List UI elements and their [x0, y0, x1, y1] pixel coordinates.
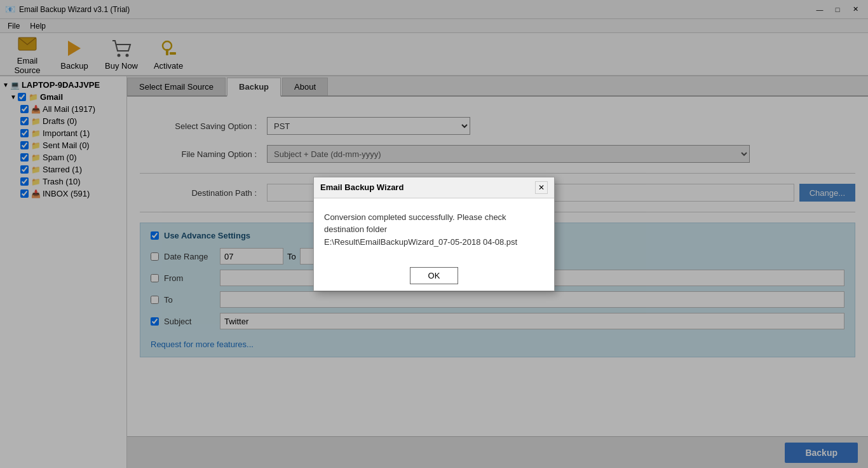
modal-close-button[interactable]: ✕	[535, 181, 548, 194]
modal-title-bar: Email Backup Wizard ✕	[314, 177, 554, 198]
modal-message-line1: Conversion completed successfully. Pleas…	[324, 212, 506, 235]
modal-message-line2: E:\Result\EmailBackupWizard_07-05-2018 0…	[324, 237, 517, 247]
modal-title: Email Backup Wizard	[320, 182, 403, 192]
modal-overlay: Email Backup Wizard ✕ Conversion complet…	[0, 0, 868, 468]
modal-dialog: Email Backup Wizard ✕ Conversion complet…	[313, 177, 555, 292]
modal-ok-button[interactable]: OK	[410, 267, 459, 284]
modal-footer: OK	[314, 261, 554, 291]
modal-body: Conversion completed successfully. Pleas…	[314, 198, 554, 261]
